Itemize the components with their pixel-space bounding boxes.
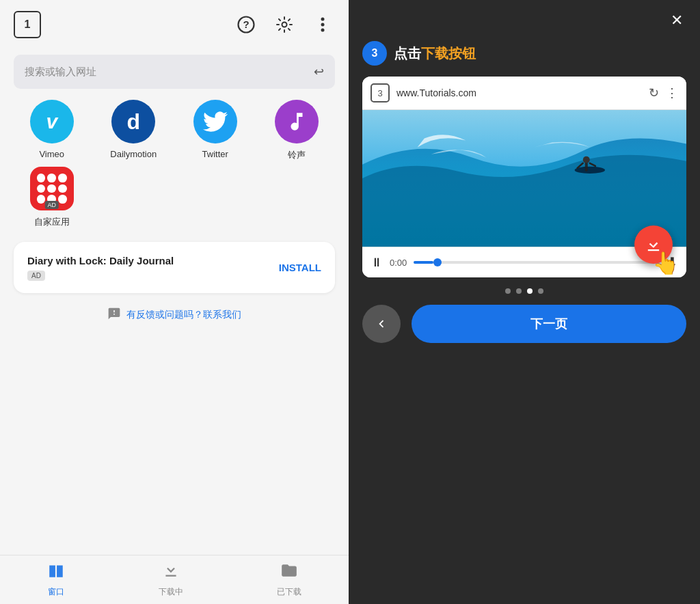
nav-downloaded[interactable]: 已下载 xyxy=(277,562,301,598)
own-app-label: 自家应用 xyxy=(34,216,70,228)
shortcuts-grid: v Vimeo d Dailymotion Twitter xyxy=(0,100,349,161)
video-progress[interactable] xyxy=(414,261,660,264)
next-button[interactable]: 下一页 xyxy=(412,305,686,343)
video-scene xyxy=(362,110,686,247)
step-prefix: 点击 xyxy=(394,46,421,61)
feedback-row[interactable]: 有反馈或问题吗？联系我们 xyxy=(14,307,335,324)
right-header: ✕ xyxy=(349,0,700,41)
svg-text:?: ? xyxy=(243,18,249,30)
downloaded-icon xyxy=(280,562,298,584)
windows-label: 窗口 xyxy=(48,586,64,598)
downloading-label: 下载中 xyxy=(159,586,183,598)
settings-icon[interactable] xyxy=(272,12,297,37)
ad-badge-icon: AD xyxy=(44,201,59,209)
shortcut-ringtone[interactable]: 铃声 xyxy=(259,100,336,161)
ringtone-icon xyxy=(275,100,319,143)
downloaded-label: 已下载 xyxy=(277,586,301,598)
browser-reload-icon[interactable]: ↻ xyxy=(649,85,659,100)
help-icon[interactable]: ? xyxy=(234,12,258,37)
step-badge: 3 xyxy=(362,41,387,66)
feedback-icon xyxy=(107,307,121,324)
hand-cursor-icon: 👆 xyxy=(652,250,679,276)
browser-mockup: 3 www.Tutorials.com ↻ ⋮ xyxy=(362,77,686,277)
video-time: 0:00 xyxy=(390,258,407,268)
vimeo-label: Vimeo xyxy=(39,149,64,159)
svg-point-2 xyxy=(282,23,287,27)
ad-card: Diary with Lock: Daily Journal AD INSTAL… xyxy=(14,242,335,293)
ad-card-title: Diary with Lock: Daily Journal xyxy=(27,254,174,268)
shortcuts-grid-row2: AD 自家应用 xyxy=(0,167,349,228)
ringtone-label: 铃声 xyxy=(288,149,306,161)
dot-4 xyxy=(538,288,543,294)
nav-downloading[interactable]: 下载中 xyxy=(159,562,183,598)
twitter-label: Twitter xyxy=(202,149,228,159)
svg-point-7 xyxy=(575,167,605,174)
shortcut-twitter[interactable]: Twitter xyxy=(177,100,254,161)
step-header: 3 点击下载按钮 xyxy=(349,41,700,77)
shortcut-own-app[interactable]: AD 自家应用 xyxy=(14,167,90,228)
pagination-dots xyxy=(349,277,700,305)
back-button[interactable] xyxy=(362,305,401,343)
feedback-text: 有反馈或问题吗？联系我们 xyxy=(126,309,241,321)
dot-2 xyxy=(516,288,522,294)
windows-icon xyxy=(47,562,65,584)
downloading-icon xyxy=(162,562,180,584)
own-app-icon-wrapper: AD xyxy=(30,167,74,210)
top-bar: 1 ? xyxy=(0,0,349,49)
shortcut-dailymotion[interactable]: d Dailymotion xyxy=(96,100,172,161)
browser-more-icon[interactable]: ⋮ xyxy=(666,85,678,100)
video-svg xyxy=(362,110,686,247)
bottom-nav: 窗口 下载中 已下载 xyxy=(0,555,349,604)
dot-3-active xyxy=(527,288,533,294)
browser-urlbar: 3 www.Tutorials.com ↻ ⋮ xyxy=(362,77,686,110)
browser-tab-number: 3 xyxy=(371,83,390,102)
vimeo-icon: v xyxy=(30,100,74,143)
search-bar[interactable]: 搜索或输入网址 ↩ xyxy=(14,55,335,89)
progress-dot xyxy=(433,258,442,266)
step-highlight: 下载按钮 xyxy=(421,46,476,61)
svg-point-4 xyxy=(321,23,325,27)
twitter-icon xyxy=(193,100,237,143)
progress-fill xyxy=(414,261,433,264)
step-title: 点击下载按钮 xyxy=(394,44,476,63)
dot-1 xyxy=(505,288,511,294)
dailymotion-icon: d xyxy=(111,100,155,143)
svg-point-9 xyxy=(583,156,590,163)
ad-card-text: Diary with Lock: Daily Journal AD xyxy=(27,254,174,281)
left-panel: 1 ? xyxy=(0,0,349,604)
close-button[interactable]: ✕ xyxy=(664,8,689,33)
bottom-actions: 下一页 xyxy=(349,305,700,359)
tab-count[interactable]: 1 xyxy=(14,11,41,38)
search-back-arrow: ↩ xyxy=(314,64,324,79)
more-icon[interactable] xyxy=(310,12,335,37)
shortcut-vimeo[interactable]: v Vimeo xyxy=(14,100,90,161)
right-panel: ✕ 3 点击下载按钮 3 www.Tutorials.com ↻ ⋮ xyxy=(349,0,700,604)
search-placeholder: 搜索或输入网址 xyxy=(25,66,96,79)
svg-rect-8 xyxy=(585,162,588,171)
svg-point-5 xyxy=(321,29,325,32)
dailymotion-label: Dailymotion xyxy=(110,149,157,159)
pause-icon[interactable]: ⏸ xyxy=(371,256,383,270)
browser-url: www.Tutorials.com xyxy=(396,87,642,98)
ad-card-badge: AD xyxy=(27,271,45,281)
svg-point-3 xyxy=(321,18,325,21)
install-button[interactable]: INSTALL xyxy=(279,256,321,279)
nav-windows[interactable]: 窗口 xyxy=(47,562,65,598)
top-icons: ? xyxy=(234,12,335,37)
